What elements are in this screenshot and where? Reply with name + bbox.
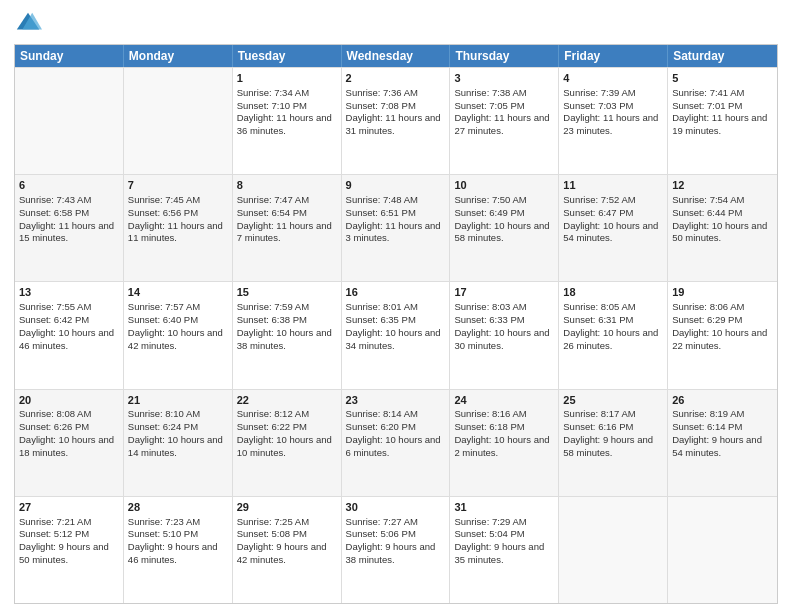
day-info: Sunrise: 7:55 AM	[19, 301, 119, 314]
page-header	[14, 10, 778, 38]
calendar-week-1: 1Sunrise: 7:34 AMSunset: 7:10 PMDaylight…	[15, 67, 777, 174]
day-cell-7: 7Sunrise: 7:45 AMSunset: 6:56 PMDaylight…	[124, 175, 233, 281]
day-number: 18	[563, 285, 663, 300]
empty-cell	[15, 68, 124, 174]
calendar-week-5: 27Sunrise: 7:21 AMSunset: 5:12 PMDayligh…	[15, 496, 777, 603]
day-info: Sunrise: 7:45 AM	[128, 194, 228, 207]
day-info: Sunset: 7:08 PM	[346, 100, 446, 113]
day-info: Sunrise: 8:05 AM	[563, 301, 663, 314]
day-cell-21: 21Sunrise: 8:10 AMSunset: 6:24 PMDayligh…	[124, 390, 233, 496]
day-number: 28	[128, 500, 228, 515]
day-info: Sunrise: 7:27 AM	[346, 516, 446, 529]
day-number: 30	[346, 500, 446, 515]
day-info: Daylight: 9 hours and 46 minutes.	[128, 541, 228, 567]
calendar-week-2: 6Sunrise: 7:43 AMSunset: 6:58 PMDaylight…	[15, 174, 777, 281]
day-info: Daylight: 10 hours and 58 minutes.	[454, 220, 554, 246]
day-number: 16	[346, 285, 446, 300]
day-number: 29	[237, 500, 337, 515]
day-cell-14: 14Sunrise: 7:57 AMSunset: 6:40 PMDayligh…	[124, 282, 233, 388]
day-info: Sunrise: 7:29 AM	[454, 516, 554, 529]
day-info: Sunrise: 8:08 AM	[19, 408, 119, 421]
day-number: 23	[346, 393, 446, 408]
day-cell-1: 1Sunrise: 7:34 AMSunset: 7:10 PMDaylight…	[233, 68, 342, 174]
day-info: Daylight: 9 hours and 58 minutes.	[563, 434, 663, 460]
day-cell-4: 4Sunrise: 7:39 AMSunset: 7:03 PMDaylight…	[559, 68, 668, 174]
day-number: 2	[346, 71, 446, 86]
day-info: Sunset: 6:38 PM	[237, 314, 337, 327]
day-number: 15	[237, 285, 337, 300]
day-number: 6	[19, 178, 119, 193]
day-cell-27: 27Sunrise: 7:21 AMSunset: 5:12 PMDayligh…	[15, 497, 124, 603]
day-info: Sunset: 6:29 PM	[672, 314, 773, 327]
day-info: Sunrise: 7:34 AM	[237, 87, 337, 100]
logo	[14, 10, 46, 38]
day-number: 19	[672, 285, 773, 300]
day-info: Daylight: 9 hours and 35 minutes.	[454, 541, 554, 567]
day-info: Sunset: 7:03 PM	[563, 100, 663, 113]
day-info: Sunrise: 7:38 AM	[454, 87, 554, 100]
day-info: Sunrise: 7:21 AM	[19, 516, 119, 529]
day-number: 3	[454, 71, 554, 86]
day-cell-31: 31Sunrise: 7:29 AMSunset: 5:04 PMDayligh…	[450, 497, 559, 603]
day-cell-8: 8Sunrise: 7:47 AMSunset: 6:54 PMDaylight…	[233, 175, 342, 281]
day-info: Sunrise: 7:41 AM	[672, 87, 773, 100]
day-info: Daylight: 9 hours and 42 minutes.	[237, 541, 337, 567]
day-number: 1	[237, 71, 337, 86]
day-info: Daylight: 10 hours and 2 minutes.	[454, 434, 554, 460]
day-info: Sunset: 5:12 PM	[19, 528, 119, 541]
calendar-body: 1Sunrise: 7:34 AMSunset: 7:10 PMDaylight…	[15, 67, 777, 603]
day-cell-24: 24Sunrise: 8:16 AMSunset: 6:18 PMDayligh…	[450, 390, 559, 496]
day-header-sunday: Sunday	[15, 45, 124, 67]
day-info: Sunrise: 7:52 AM	[563, 194, 663, 207]
day-info: Daylight: 10 hours and 14 minutes.	[128, 434, 228, 460]
day-info: Daylight: 11 hours and 3 minutes.	[346, 220, 446, 246]
day-cell-30: 30Sunrise: 7:27 AMSunset: 5:06 PMDayligh…	[342, 497, 451, 603]
day-header-wednesday: Wednesday	[342, 45, 451, 67]
day-info: Sunset: 5:04 PM	[454, 528, 554, 541]
day-cell-29: 29Sunrise: 7:25 AMSunset: 5:08 PMDayligh…	[233, 497, 342, 603]
day-cell-16: 16Sunrise: 8:01 AMSunset: 6:35 PMDayligh…	[342, 282, 451, 388]
day-number: 25	[563, 393, 663, 408]
day-cell-10: 10Sunrise: 7:50 AMSunset: 6:49 PMDayligh…	[450, 175, 559, 281]
day-info: Sunrise: 8:16 AM	[454, 408, 554, 421]
day-info: Sunset: 7:10 PM	[237, 100, 337, 113]
calendar-week-3: 13Sunrise: 7:55 AMSunset: 6:42 PMDayligh…	[15, 281, 777, 388]
day-cell-9: 9Sunrise: 7:48 AMSunset: 6:51 PMDaylight…	[342, 175, 451, 281]
day-info: Sunset: 6:35 PM	[346, 314, 446, 327]
day-info: Sunset: 7:01 PM	[672, 100, 773, 113]
day-header-friday: Friday	[559, 45, 668, 67]
day-info: Daylight: 10 hours and 18 minutes.	[19, 434, 119, 460]
day-cell-25: 25Sunrise: 8:17 AMSunset: 6:16 PMDayligh…	[559, 390, 668, 496]
day-cell-20: 20Sunrise: 8:08 AMSunset: 6:26 PMDayligh…	[15, 390, 124, 496]
day-info: Sunrise: 7:50 AM	[454, 194, 554, 207]
day-info: Sunset: 6:20 PM	[346, 421, 446, 434]
day-number: 7	[128, 178, 228, 193]
day-info: Daylight: 11 hours and 31 minutes.	[346, 112, 446, 138]
day-info: Daylight: 11 hours and 36 minutes.	[237, 112, 337, 138]
day-info: Sunrise: 7:23 AM	[128, 516, 228, 529]
day-cell-19: 19Sunrise: 8:06 AMSunset: 6:29 PMDayligh…	[668, 282, 777, 388]
day-info: Daylight: 10 hours and 54 minutes.	[563, 220, 663, 246]
day-info: Daylight: 10 hours and 34 minutes.	[346, 327, 446, 353]
day-info: Sunrise: 7:54 AM	[672, 194, 773, 207]
day-info: Sunrise: 7:57 AM	[128, 301, 228, 314]
day-info: Sunset: 7:05 PM	[454, 100, 554, 113]
day-info: Sunset: 6:33 PM	[454, 314, 554, 327]
day-header-thursday: Thursday	[450, 45, 559, 67]
logo-icon	[14, 10, 42, 38]
day-info: Sunrise: 7:47 AM	[237, 194, 337, 207]
day-header-saturday: Saturday	[668, 45, 777, 67]
day-info: Sunrise: 7:59 AM	[237, 301, 337, 314]
day-info: Daylight: 11 hours and 27 minutes.	[454, 112, 554, 138]
day-cell-15: 15Sunrise: 7:59 AMSunset: 6:38 PMDayligh…	[233, 282, 342, 388]
day-cell-5: 5Sunrise: 7:41 AMSunset: 7:01 PMDaylight…	[668, 68, 777, 174]
day-number: 10	[454, 178, 554, 193]
day-number: 24	[454, 393, 554, 408]
day-info: Daylight: 11 hours and 15 minutes.	[19, 220, 119, 246]
day-info: Daylight: 9 hours and 38 minutes.	[346, 541, 446, 567]
day-info: Sunrise: 7:36 AM	[346, 87, 446, 100]
day-info: Sunset: 6:47 PM	[563, 207, 663, 220]
day-info: Sunrise: 8:19 AM	[672, 408, 773, 421]
day-number: 22	[237, 393, 337, 408]
day-cell-28: 28Sunrise: 7:23 AMSunset: 5:10 PMDayligh…	[124, 497, 233, 603]
